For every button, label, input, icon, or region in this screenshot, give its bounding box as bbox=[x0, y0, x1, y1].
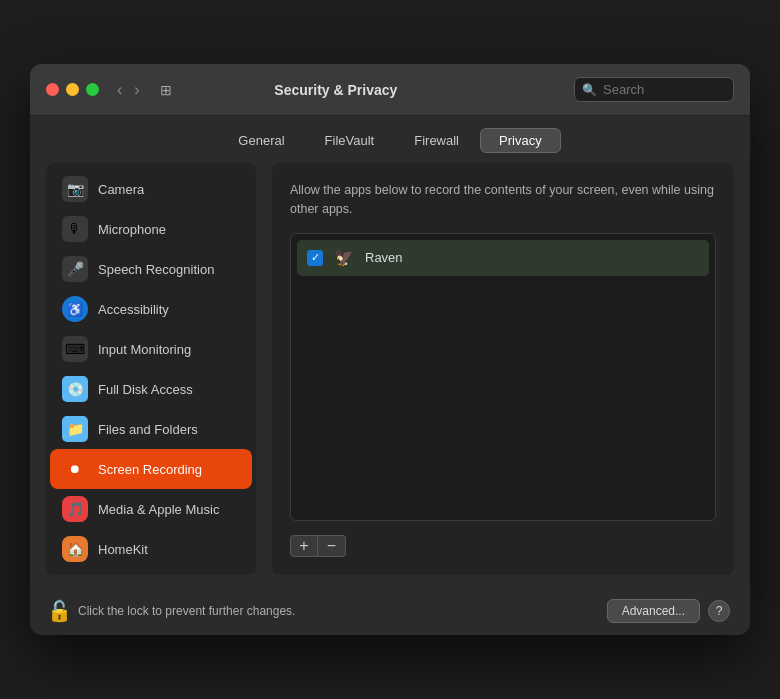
app-row: ✓ 🦅 Raven bbox=[297, 240, 709, 276]
statusbar: 🔓 Click the lock to prevent further chan… bbox=[30, 591, 750, 635]
sidebar-item-screen-recording[interactable]: ⏺ Screen Recording bbox=[50, 449, 252, 489]
sidebar-item-label: Accessibility bbox=[98, 302, 169, 317]
sidebar-item-files-and-folders[interactable]: 📁 Files and Folders bbox=[50, 409, 252, 449]
lock-area[interactable]: 🔓 Click the lock to prevent further chan… bbox=[50, 600, 295, 622]
close-button[interactable] bbox=[46, 83, 59, 96]
app-icon: 🦅 bbox=[333, 247, 355, 269]
sidebar-item-label: Microphone bbox=[98, 222, 166, 237]
main-window: ‹ › ⊞ Security & Privacy 🔍 General FileV… bbox=[30, 64, 750, 635]
music-icon: 🎵 bbox=[62, 496, 88, 522]
keyboard-icon: ⌨ bbox=[62, 336, 88, 362]
disk-icon: 💿 bbox=[62, 376, 88, 402]
app-name: Raven bbox=[365, 250, 403, 265]
sidebar-item-homekit[interactable]: 🏠 HomeKit bbox=[50, 529, 252, 569]
sidebar-item-microphone[interactable]: 🎙 Microphone bbox=[50, 209, 252, 249]
apps-list: ✓ 🦅 Raven bbox=[290, 233, 716, 522]
maximize-button[interactable] bbox=[86, 83, 99, 96]
search-wrapper: 🔍 bbox=[574, 77, 734, 102]
sidebar: 📷 Camera 🎙 Microphone 🎤 Speech Recogniti… bbox=[46, 163, 256, 575]
sidebar-item-label: Speech Recognition bbox=[98, 262, 214, 277]
list-controls: + − bbox=[290, 535, 716, 557]
folder-icon: 📁 bbox=[62, 416, 88, 442]
tab-firewall[interactable]: Firewall bbox=[395, 128, 478, 153]
content-area: 📷 Camera 🎙 Microphone 🎤 Speech Recogniti… bbox=[30, 163, 750, 591]
accessibility-icon: ♿ bbox=[62, 296, 88, 322]
statusbar-right: Advanced... ? bbox=[607, 599, 730, 623]
app-checkbox[interactable]: ✓ bbox=[307, 250, 323, 266]
tab-privacy[interactable]: Privacy bbox=[480, 128, 561, 153]
main-panel: Allow the apps below to record the conte… bbox=[272, 163, 734, 575]
lock-icon: 🔓 bbox=[50, 600, 68, 622]
sidebar-item-label: HomeKit bbox=[98, 542, 148, 557]
tab-filevault[interactable]: FileVault bbox=[306, 128, 394, 153]
sidebar-item-speech-recognition[interactable]: 🎤 Speech Recognition bbox=[50, 249, 252, 289]
help-button[interactable]: ? bbox=[708, 600, 730, 622]
advanced-button[interactable]: Advanced... bbox=[607, 599, 700, 623]
camera-icon: 📷 bbox=[62, 176, 88, 202]
sidebar-item-label: Files and Folders bbox=[98, 422, 198, 437]
sidebar-item-label: Camera bbox=[98, 182, 144, 197]
search-input[interactable] bbox=[574, 77, 734, 102]
minimize-button[interactable] bbox=[66, 83, 79, 96]
mic-icon: 🎙 bbox=[62, 216, 88, 242]
sidebar-item-label: Screen Recording bbox=[98, 462, 202, 477]
remove-app-button[interactable]: − bbox=[318, 535, 346, 557]
sidebar-item-label: Media & Apple Music bbox=[98, 502, 219, 517]
add-app-button[interactable]: + bbox=[290, 535, 318, 557]
screen-recording-icon: ⏺ bbox=[62, 456, 88, 482]
traffic-lights bbox=[46, 83, 99, 96]
titlebar: ‹ › ⊞ Security & Privacy 🔍 bbox=[30, 64, 750, 116]
sidebar-item-input-monitoring[interactable]: ⌨ Input Monitoring bbox=[50, 329, 252, 369]
window-title: Security & Privacy bbox=[108, 82, 564, 98]
homekit-icon: 🏠 bbox=[62, 536, 88, 562]
sidebar-item-full-disk-access[interactable]: 💿 Full Disk Access bbox=[50, 369, 252, 409]
sidebar-item-label: Input Monitoring bbox=[98, 342, 191, 357]
tabs-row: General FileVault Firewall Privacy bbox=[30, 116, 750, 163]
sidebar-item-accessibility[interactable]: ♿ Accessibility bbox=[50, 289, 252, 329]
sidebar-item-camera[interactable]: 📷 Camera bbox=[50, 169, 252, 209]
sidebar-item-media-apple-music[interactable]: 🎵 Media & Apple Music bbox=[50, 489, 252, 529]
sidebar-item-label: Full Disk Access bbox=[98, 382, 193, 397]
tab-general[interactable]: General bbox=[219, 128, 303, 153]
panel-description: Allow the apps below to record the conte… bbox=[290, 181, 716, 219]
lock-text: Click the lock to prevent further change… bbox=[78, 604, 295, 618]
speech-icon: 🎤 bbox=[62, 256, 88, 282]
